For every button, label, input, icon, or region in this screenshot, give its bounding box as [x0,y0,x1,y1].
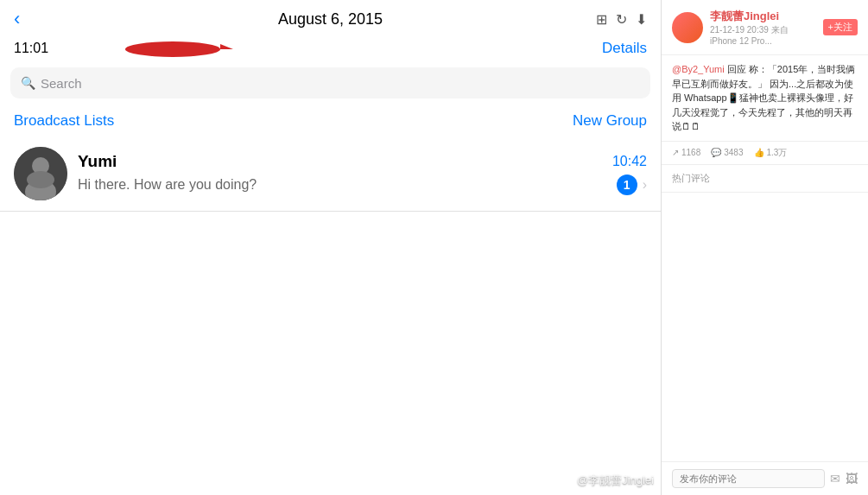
svg-marker-2 [220,44,233,49]
new-group-button[interactable]: New Group [573,112,647,130]
time-label: 11:01 [14,41,48,56]
weibo-meta: 21-12-19 20:39 来自 iPhone 12 Pro... [710,24,816,46]
broadcast-lists-button[interactable]: Broadcast Lists [14,112,114,130]
details-label[interactable]: Details [602,40,647,57]
weibo-sidebar: 李靓蕾Jinglei 21-12-19 20:39 来自 iPhone 12 P… [661,0,868,495]
search-placeholder-text: Search [41,76,82,91]
chat-item[interactable]: Yumi 10:42 Hi there. How are you doing? … [0,136,661,212]
svg-point-6 [27,171,54,188]
chat-time: 10:42 [612,154,647,169]
date-label: August 6, 2015 [278,10,383,29]
weibo-username: 李靓蕾Jinglei [710,9,816,24]
search-bar[interactable]: 🔍 Search [10,67,650,98]
weibo-user-info: 李靓蕾Jinglei 21-12-19 20:39 来自 iPhone 12 P… [710,9,816,46]
expand-icon[interactable]: ⊞ [596,11,607,28]
hot-comments-label: 热门评论 [662,165,868,193]
chat-preview-row: Hi there. How are you doing? 1 › [78,175,647,195]
weibo-post-content: @By2_Yumi 回应 称：「2015年，当时我俩早已互剃而做好友。」 因为.… [662,55,868,142]
comment-send-button[interactable]: ✉ [830,472,840,485]
weibo-at-user[interactable]: @By2_Yumi [672,64,725,74]
chat-list: Yumi 10:42 Hi there. How are you doing? … [0,136,661,495]
chat-name: Yumi [78,152,117,171]
phone-screenshot: ‹ August 6, 2015 ⊞ ↻ ⬇ 11:01 [0,0,661,495]
chat-name-row: Yumi 10:42 [78,152,647,171]
weibo-actions: ↗ 1168 💬 3483 👍 1.3万 [662,142,868,165]
comment-count: 3483 [724,148,743,157]
share-icon: ↗ [672,148,679,157]
status-bar: ‹ August 6, 2015 ⊞ ↻ ⬇ [0,0,661,38]
comment-action[interactable]: 💬 3483 [711,147,743,159]
share-action[interactable]: ↗ 1168 [672,147,700,159]
weibo-user-header: 李靓蕾Jinglei 21-12-19 20:39 来自 iPhone 12 P… [662,0,868,55]
action-row: Broadcast Lists New Group [0,105,661,136]
chat-info: Yumi 10:42 Hi there. How are you doing? … [78,152,647,195]
like-count: 1.3万 [767,147,788,159]
red-arrow-annotation [112,36,233,62]
comment-icon: 💬 [711,148,721,157]
like-icon: 👍 [754,148,764,157]
weibo-user-avatar [672,12,703,43]
content-spacer [662,193,868,462]
comment-input-area: ✉ 🖼 [662,461,868,495]
refresh-icon[interactable]: ↻ [616,11,627,28]
follow-button[interactable]: +关注 [823,19,858,35]
comment-input[interactable] [672,469,825,488]
download-icon[interactable]: ⬇ [636,11,647,28]
comment-image-button[interactable]: 🖼 [846,472,858,485]
back-button[interactable]: ‹ [14,8,20,30]
avatar-image [14,147,67,200]
svg-point-1 [125,41,220,57]
unread-badge: 1 [617,175,637,195]
phone-screen: ‹ August 6, 2015 ⊞ ↻ ⬇ 11:01 [0,0,661,495]
chat-meta: 1 › [617,175,647,195]
share-count: 1168 [681,148,700,157]
chevron-icon: › [643,177,647,193]
like-action[interactable]: 👍 1.3万 [754,147,788,159]
avatar [14,147,67,200]
watermark: @李靓蕾Jinglei [577,473,654,488]
search-icon: 🔍 [21,76,35,90]
chat-preview: Hi there. How are you doing? [78,176,617,194]
